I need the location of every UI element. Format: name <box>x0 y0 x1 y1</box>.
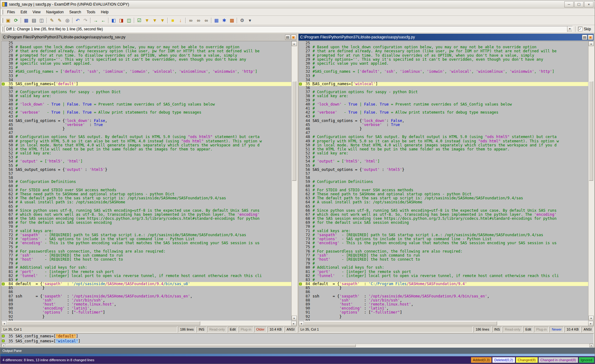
code-line-86[interactable]: 86 <box>299 290 588 294</box>
save-pane-icon[interactable]: ▤ <box>582 35 587 40</box>
code-line-48[interactable]: 48# Configuration options for SAS output… <box>2 135 291 139</box>
code-line-33[interactable]: 33# <box>2 74 291 78</box>
recompare-icon[interactable]: ⟳ <box>12 17 20 24</box>
open-files-icon[interactable]: ▣ <box>5 17 12 24</box>
code-line-54[interactable]: 54# 'output' = ['html5', 'html'] <box>299 159 588 163</box>
code-line-48[interactable]: 48# Configuration options for SAS output… <box>299 135 588 139</box>
code-line-44[interactable]: 44SAS_config_options = {'lock_down': Fal… <box>2 119 291 123</box>
close-button[interactable]: × <box>584 1 593 7</box>
code-line-53[interactable]: 53# <box>299 155 588 159</box>
code-line-90[interactable]: 90 'encoding' : 'latin1', <box>299 306 588 310</box>
find-first-inline-icon[interactable]: ∞ <box>187 17 194 24</box>
options-dropdown-icon[interactable]: ▾ <box>246 17 253 24</box>
code-line-63[interactable]: 63# The default path to the sas start up… <box>2 196 291 200</box>
code-line-77[interactable]: 77# 'ssh' - [REQUIRED] the ssh command t… <box>299 254 588 258</box>
code-line-32[interactable]: 32#SAS_config_names = ['default', 'ssh',… <box>299 70 588 74</box>
minimize-button[interactable]: ─ <box>564 1 574 7</box>
code-line-83[interactable]: 83# <box>299 278 588 282</box>
print-icon[interactable]: ▤ <box>30 17 37 24</box>
code-line-41[interactable]: 41# <box>299 106 588 110</box>
code-line-55[interactable]: 55# <box>299 164 588 168</box>
code-line-34[interactable]: 34 <box>299 78 588 82</box>
code-line-27[interactable]: 27# that are defined already. Any necess… <box>299 49 588 53</box>
edit-second-file-icon[interactable]: ✎ <box>56 17 63 24</box>
options-icon[interactable]: ⚙ <box>239 17 246 24</box>
code-line-60[interactable]: 60# <box>299 184 588 188</box>
code-line-64[interactable]: 64# A usual install path is: /opt/sasins… <box>299 200 588 204</box>
code-line-31[interactable]: 31# <box>299 66 588 70</box>
code-line-62[interactable]: 62# These need path to SASHome and optio… <box>299 192 588 196</box>
code-line-64[interactable]: 64# A usual install path is: /opt/sasins… <box>2 200 291 204</box>
code-line-69[interactable]: 69# for the default unix SAS session enc… <box>2 221 291 225</box>
left-scroll-track[interactable] <box>292 46 297 316</box>
open-file-icon[interactable]: ▣ <box>588 35 593 40</box>
code-line-89[interactable]: 89 'host' : 'remote.linux.host', <box>299 302 588 306</box>
code-line-71[interactable]: 71# valid keys are: <box>2 229 291 233</box>
code-line-38[interactable]: 38# valid key are: <box>299 94 588 98</box>
code-line-25[interactable]: 25 <box>299 41 588 45</box>
code-line-36[interactable]: 36 <box>299 86 588 90</box>
code-line-63[interactable]: 63# The default path to the sas start up… <box>299 196 588 200</box>
code-line-37[interactable]: 37# Configuration options for saspy - py… <box>2 90 291 94</box>
code-line-60[interactable]: 60# <box>2 184 291 188</box>
code-line-46[interactable]: 46 } <box>299 127 588 131</box>
code-line-71[interactable]: 71# valid keys are: <box>299 229 588 233</box>
code-line-30[interactable]: 30# specific value you want applied. <box>299 62 588 66</box>
plugins-icon[interactable]: ✱ <box>221 17 228 24</box>
code-line-78[interactable]: 78# 'host' - [REQUIRED] the host to conn… <box>299 258 588 262</box>
code-line-66[interactable]: 66# Since python uses utf-8, running SAS… <box>2 209 291 213</box>
code-line-76[interactable]: 76# For passwordless ssh connection, the… <box>2 249 291 254</box>
code-line-44[interactable]: 44SAS_config_options = {'lock_down': Fal… <box>299 119 588 123</box>
code-line-91[interactable]: 91 'options' : ["-fullstimer"] <box>2 310 291 314</box>
code-line-69[interactable]: 69# for the default unix SAS session enc… <box>299 221 588 225</box>
code-line-45[interactable]: 45 'verbose' : True <box>299 123 588 127</box>
code-line-49[interactable]: 49# properly with HTML 5.0 so it can als… <box>2 139 291 143</box>
output-pane-splitter[interactable] <box>0 354 595 356</box>
code-line-81[interactable]: 81# 'port' - [integer] the remote ssh po… <box>299 270 588 274</box>
code-line-77[interactable]: 77# 'ssh' - [REQUIRED] the ssh command t… <box>2 254 291 258</box>
line-detail-row[interactable]: 35SAS_config_names=['winlocal'] <box>2 339 593 344</box>
code-line-83[interactable]: 83# <box>2 278 291 282</box>
code-line-70[interactable]: 70# <box>299 225 588 229</box>
code-line-33[interactable]: 33# <box>299 74 588 78</box>
code-line-56[interactable]: 56SAS_output_options = {'output' : 'html… <box>299 168 588 172</box>
undo-icon[interactable]: ↶ <box>74 17 81 24</box>
code-line-92[interactable]: 92 } <box>2 315 291 319</box>
code-line-72[interactable]: 72# 'saspath' - [REQUIRED] path to SAS s… <box>299 233 588 237</box>
current-diff-selector[interactable]: Diff 1: Change 1 line (35, first file) t… <box>4 26 573 32</box>
right-hscroll-thumb[interactable] <box>304 321 497 325</box>
code-line-57[interactable]: 57 <box>299 172 588 176</box>
filter-deleted-icon[interactable]: ▼ <box>151 17 158 24</box>
right-hscroll-track[interactable] <box>304 321 588 326</box>
code-line-65[interactable]: 65# <box>2 205 291 209</box>
code-line-26[interactable]: 26# Based upon the lock_down configurati… <box>299 45 588 49</box>
menu-tools[interactable]: Tools <box>84 8 98 15</box>
show-identical-lines-icon[interactable]: ☑ <box>136 17 143 24</box>
code-line-30[interactable]: 30# specific value you want applied. <box>2 62 291 66</box>
menu-navigation[interactable]: Navigation <box>43 8 67 15</box>
ignore-options-icon[interactable]: ▩ <box>228 17 236 24</box>
scroll-left-icon[interactable]: ◄ <box>299 321 304 326</box>
menu-files[interactable]: Files <box>4 8 18 15</box>
code-line-88[interactable]: 88 'ssh' : '/usr/bin/ssh', <box>299 298 588 302</box>
code-line-82[interactable]: 82# 'tunnel' - [integer] local port to o… <box>299 274 588 278</box>
scroll-right-icon[interactable]: ► <box>291 321 297 326</box>
left-scroll-thumb[interactable] <box>292 81 296 181</box>
code-line-89[interactable]: 89 'host' : 'remote.linux.host', <box>2 302 291 306</box>
menu-help[interactable]: Help <box>98 8 112 15</box>
right-scroll-thumb[interactable] <box>589 81 593 181</box>
filter-changed-icon[interactable]: ▼ <box>159 17 166 24</box>
menu-view[interactable]: View <box>30 8 43 15</box>
edit-first-file-icon[interactable]: ✎ <box>48 17 55 24</box>
find-prev-inline-icon[interactable]: ∞ <box>195 17 202 24</box>
code-line-36[interactable]: 36 <box>2 86 291 90</box>
menu-edit[interactable]: Edit <box>18 8 30 15</box>
code-line-43[interactable]: 43# <box>299 115 588 119</box>
code-line-43[interactable]: 43# <box>2 115 291 119</box>
right-scroll-track[interactable] <box>588 46 593 316</box>
highlight-inline-icon[interactable]: ■ <box>169 17 176 24</box>
prev-diff-icon[interactable]: ← <box>100 17 107 24</box>
goto-next-change-icon[interactable]: ↓ <box>177 17 184 24</box>
find-next-inline-icon[interactable]: ∞ <box>203 17 210 24</box>
code-line-58[interactable]: 58 <box>2 176 291 180</box>
